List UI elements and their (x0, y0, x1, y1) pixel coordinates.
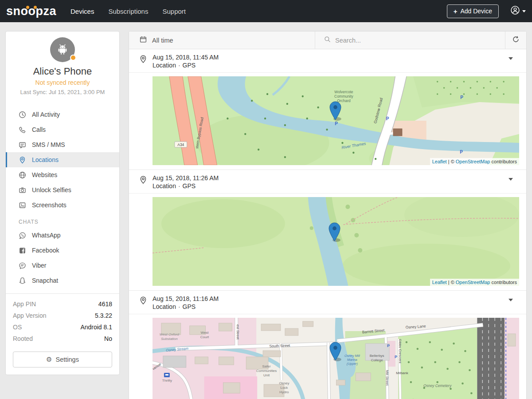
account-menu[interactable] (510, 5, 526, 17)
map-attribution: Leaflet | © OpenStreetMap contributors (430, 279, 519, 286)
search-bar (315, 32, 505, 49)
map-wolvercote[interactable]: WolvercoteCommunityOrchardGodstow RoadRi… (153, 76, 519, 165)
date-filter-label: All time (152, 37, 173, 44)
osm-link[interactable]: OpenStreetMap (456, 280, 490, 285)
leaflet-link[interactable]: Leaflet (432, 159, 447, 164)
info-label: App PIN (13, 300, 36, 308)
navbar: snoopza Devices Subscriptions Support + … (0, 0, 532, 22)
sidebar-item-whatsapp[interactable]: WhatsApp (6, 228, 119, 243)
whatsapp-icon (19, 232, 26, 239)
chevron-down-icon (522, 10, 526, 12)
info-label: Rooted (13, 335, 33, 342)
svg-text:P: P (386, 116, 389, 121)
calendar-icon (140, 36, 147, 44)
sidebar-item-label: Viber (32, 262, 46, 269)
svg-text:Substation: Substation (161, 337, 178, 341)
location-entry: Aug 15, 2018, 11:16 AM Location·GPS (129, 291, 526, 399)
camera-icon (19, 186, 26, 194)
info-value: No (104, 335, 112, 342)
sync-status-text: Not synced recently (10, 79, 115, 86)
svg-text:P: P (460, 95, 463, 100)
entry-header[interactable]: Aug 15, 2018, 11:16 AM Location·GPS (129, 291, 526, 314)
sidebar-item-viber[interactable]: Viber (6, 258, 119, 273)
info-label: OS (13, 324, 22, 331)
svg-text:Osney Cemetery: Osney Cemetery (423, 383, 452, 388)
device-sidebar: Alice's Phone Not synced recently Last S… (5, 31, 120, 375)
location-pin-icon (139, 174, 153, 190)
map-container[interactable]: West OxfordSubstationWestCourtest Street… (153, 318, 519, 399)
date-filter[interactable]: All time (129, 32, 315, 49)
logo-text: sn (6, 4, 21, 18)
main-nav: Devices Subscriptions Support (70, 8, 186, 15)
svg-text:P: P (335, 121, 338, 126)
location-entry: Aug 15, 2018, 11:45 AM Location·GPS (129, 49, 526, 170)
svg-text:Orchard: Orchard (337, 99, 351, 103)
entry-type: Location·GPS (153, 303, 196, 310)
svg-text:P: P (387, 344, 390, 348)
chevron-down-icon[interactable] (509, 57, 513, 60)
sidebar-item-locations[interactable]: Locations (6, 152, 119, 167)
info-row: App PIN 4618 (13, 298, 112, 310)
globe-icon (19, 171, 26, 179)
plus-icon: + (454, 8, 458, 15)
svg-text:Milbank: Milbank (396, 371, 408, 375)
refresh-button[interactable] (505, 32, 526, 49)
sidebar-item-label: Facebook (32, 247, 59, 254)
svg-text:Lock: Lock (281, 386, 288, 390)
facebook-icon (19, 247, 26, 254)
sidebar-item-label: All Activity (32, 111, 60, 118)
settings-button[interactable]: ⚙ Settings (13, 352, 112, 367)
sidebar-item-all-activity[interactable]: All Activity (6, 107, 119, 122)
entry-separator: · (178, 303, 180, 310)
app-logo[interactable]: snoopza (6, 5, 56, 17)
chevron-down-icon[interactable] (509, 178, 513, 181)
svg-text:Community: Community (334, 94, 354, 99)
svg-text:Unit: Unit (263, 373, 270, 377)
sidebar-item-facebook[interactable]: Facebook (6, 243, 119, 258)
add-device-label: Add Device (460, 8, 492, 15)
sidebar-item-websites[interactable]: Websites (6, 167, 119, 182)
android-icon (55, 43, 70, 57)
entry-timestamp: Aug 15, 2018, 11:26 AM (153, 174, 219, 182)
nav-support[interactable]: Support (162, 8, 186, 15)
svg-text:Osney: Osney (279, 381, 289, 385)
map-container[interactable]: Leaflet | © OpenStreetMap contributors (153, 197, 519, 286)
entry-timestamp: Aug 15, 2018, 11:16 AM (153, 295, 219, 302)
svg-text:College: College (371, 358, 383, 362)
chevron-down-icon[interactable] (509, 299, 513, 301)
sidebar-item-snapchat[interactable]: Snapchat (6, 273, 119, 288)
osm-link[interactable]: OpenStreetMap (456, 159, 490, 164)
map-container[interactable]: WolvercoteCommunityOrchardGodstow RoadRi… (153, 76, 519, 165)
entry-timestamp: Aug 15, 2018, 11:45 AM (153, 54, 219, 61)
info-value: 4618 (98, 300, 112, 308)
map-osney[interactable]: West OxfordSubstationWestCourtest Street… (153, 318, 519, 399)
entry-header[interactable]: Aug 15, 2018, 11:26 AM Location·GPS (129, 170, 526, 194)
sidebar-item-calls[interactable]: Calls (6, 122, 119, 137)
sidebar-item-unlock-selfies[interactable]: Unlock Selfies (6, 182, 119, 198)
device-profile: Alice's Phone Not synced recently Last S… (6, 32, 119, 101)
svg-text:West Oxford: West Oxford (160, 332, 180, 336)
nav-devices[interactable]: Devices (70, 8, 94, 15)
clock-icon (19, 111, 26, 119)
sidebar-item-sms[interactable]: SMS / MMS (6, 137, 119, 152)
info-value: 5.3.22 (95, 312, 112, 319)
svg-text:South Street: South Street (269, 343, 290, 348)
nav-subscriptions[interactable]: Subscriptions (108, 8, 148, 15)
info-row: App Version 5.3.22 (13, 310, 112, 321)
location-pin-icon (139, 295, 153, 311)
svg-text:Osney Mill: Osney Mill (344, 354, 360, 358)
svg-text:Hydro: Hydro (279, 390, 289, 394)
map-meadow[interactable] (153, 197, 519, 286)
entry-category: Location (153, 62, 176, 69)
search-input[interactable] (335, 37, 489, 44)
viber-icon (19, 262, 26, 269)
leaflet-link[interactable]: Leaflet (432, 280, 447, 285)
entry-header[interactable]: Aug 15, 2018, 11:45 AM Location·GPS (129, 49, 526, 73)
entry-separator: · (178, 182, 180, 190)
entry-method: GPS (183, 303, 196, 310)
add-device-button[interactable]: + Add Device (447, 4, 499, 18)
sidebar-item-label: Websites (32, 171, 57, 178)
sidebar-item-screenshots[interactable]: Screenshots (6, 198, 119, 213)
svg-text:(Upper): (Upper) (347, 362, 358, 366)
device-info: App PIN 4618 App Version 5.3.22 OS Andro… (6, 293, 119, 346)
